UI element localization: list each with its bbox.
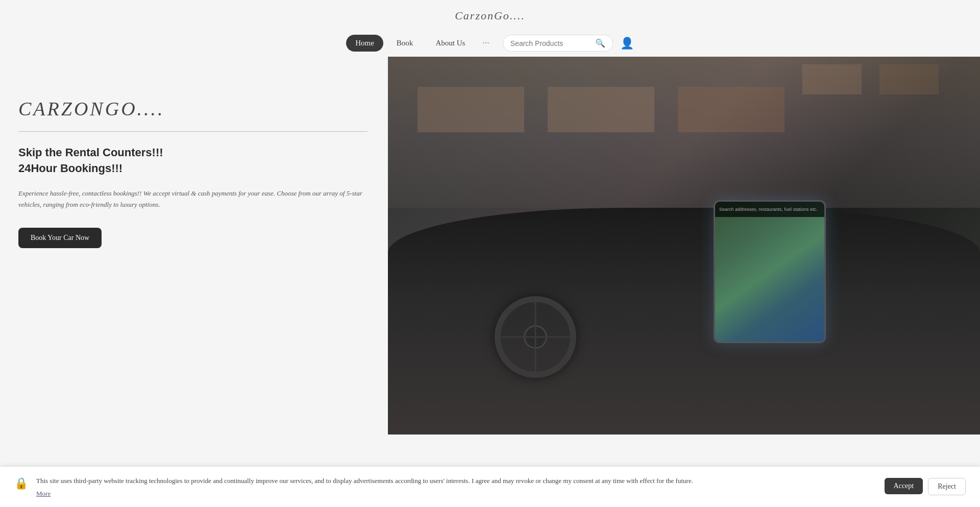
- cookie-accept-button[interactable]: Accept: [885, 478, 923, 494]
- search-bar: 🔍: [503, 35, 613, 52]
- steering-spoke-vertical: [534, 302, 536, 372]
- hero-subtitle: Skip the Rental Counters!!! 24Hour Booki…: [18, 145, 368, 177]
- nav-item-home[interactable]: Home: [346, 35, 383, 52]
- hero-divider: [18, 131, 368, 132]
- screen-map: [715, 202, 824, 342]
- screen-header-bar: Search addresses, restaurants, fuel stat…: [715, 202, 824, 217]
- car-image-bg: Search addresses, restaurants, fuel stat…: [388, 57, 980, 434]
- cookie-banner: 🔒 This site uses third-party website tra…: [0, 466, 980, 507]
- nav-item-book[interactable]: Book: [387, 35, 423, 52]
- screen-header-text: Search addresses, restaurants, fuel stat…: [719, 207, 818, 212]
- book-car-button[interactable]: Book Your Car Now: [18, 228, 102, 248]
- nav-item-about[interactable]: About Us: [426, 35, 474, 52]
- hero-description: Experience hassle-free, contactless book…: [18, 188, 368, 210]
- cookie-reject-button[interactable]: Reject: [928, 478, 966, 495]
- main-layout: CARZONGO.... Skip the Rental Counters!!!…: [0, 57, 980, 434]
- nav-more-dots[interactable]: ···: [478, 38, 494, 49]
- hero-subtitle-line2: 24Hour Bookings!!!: [18, 162, 122, 175]
- bg-window-3: [678, 87, 785, 132]
- left-content: CARZONGO.... Skip the Rental Counters!!!…: [0, 57, 388, 434]
- hero-car-image: Search addresses, restaurants, fuel stat…: [388, 57, 980, 434]
- bg-window-4: [802, 64, 862, 94]
- search-input[interactable]: [510, 39, 592, 47]
- logo: CarzonGo....: [455, 9, 525, 22]
- cookie-lock-icon: 🔒: [14, 477, 28, 490]
- steering-wheel: [495, 296, 576, 378]
- car-dashboard: [388, 208, 980, 434]
- user-icon[interactable]: 👤: [620, 37, 634, 50]
- hero-title: CARZONGO....: [18, 98, 368, 120]
- hero-subtitle-line1: Skip the Rental Counters!!!: [18, 146, 163, 159]
- infotainment-screen: Search addresses, restaurants, fuel stat…: [714, 200, 826, 343]
- nav-items: Home Book About Us ···: [346, 35, 494, 52]
- bg-window-2: [548, 87, 654, 132]
- search-icon: 🔍: [595, 39, 605, 47]
- cookie-text: This site uses third-party website track…: [36, 476, 876, 487]
- cookie-actions: Accept Reject: [885, 478, 966, 495]
- bg-window-5: [879, 64, 939, 94]
- cookie-text-wrap: This site uses third-party website track…: [36, 476, 876, 498]
- bg-building: [388, 57, 980, 208]
- bg-window-1: [418, 87, 524, 132]
- search-icon-button[interactable]: 🔍: [592, 38, 605, 48]
- nav-bar: Home Book About Us ··· 🔍 👤: [0, 29, 980, 57]
- header: CarzonGo....: [0, 0, 980, 29]
- cookie-more-link[interactable]: More: [36, 490, 51, 497]
- user-avatar-icon: 👤: [620, 37, 634, 50]
